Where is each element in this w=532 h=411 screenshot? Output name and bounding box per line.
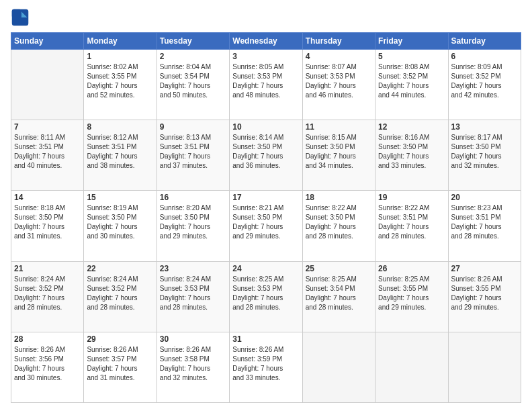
day-number: 5	[378, 52, 445, 61]
day-number: 18	[306, 193, 372, 202]
day-info: Sunrise: 8:18 AM Sunset: 3:50 PM Dayligh…	[14, 203, 81, 241]
day-cell: 2Sunrise: 8:04 AM Sunset: 3:54 PM Daylig…	[157, 50, 229, 120]
day-cell: 30Sunrise: 8:26 AM Sunset: 3:58 PM Dayli…	[157, 332, 229, 402]
day-cell: 8Sunrise: 8:12 AM Sunset: 3:51 PM Daylig…	[84, 120, 157, 191]
day-number: 6	[451, 52, 518, 61]
day-cell: 9Sunrise: 8:13 AM Sunset: 3:51 PM Daylig…	[157, 120, 229, 191]
day-info: Sunrise: 8:20 AM Sunset: 3:50 PM Dayligh…	[160, 203, 226, 241]
day-number: 16	[160, 193, 226, 202]
calendar-header: SundayMondayTuesdayWednesdayThursdayFrid…	[11, 33, 521, 50]
week-row-4: 28Sunrise: 8:26 AM Sunset: 3:56 PM Dayli…	[11, 332, 521, 402]
day-cell: 13Sunrise: 8:17 AM Sunset: 3:50 PM Dayli…	[448, 120, 521, 191]
day-info: Sunrise: 8:08 AM Sunset: 3:52 PM Dayligh…	[378, 62, 445, 100]
header-day-sunday: Sunday	[11, 33, 84, 50]
day-info: Sunrise: 8:16 AM Sunset: 3:50 PM Dayligh…	[378, 133, 445, 171]
day-number: 12	[378, 122, 445, 132]
calendar-body: 1Sunrise: 8:02 AM Sunset: 3:55 PM Daylig…	[11, 50, 521, 403]
header-day-saturday: Saturday	[448, 33, 521, 50]
day-info: Sunrise: 8:24 AM Sunset: 3:52 PM Dayligh…	[14, 275, 81, 312]
day-info: Sunrise: 8:23 AM Sunset: 3:51 PM Dayligh…	[451, 203, 518, 241]
header	[11, 8, 521, 27]
day-number: 10	[232, 122, 299, 132]
day-info: Sunrise: 8:26 AM Sunset: 3:56 PM Dayligh…	[14, 345, 81, 383]
day-number: 25	[306, 264, 372, 273]
logo-icon	[11, 8, 30, 27]
day-cell: 19Sunrise: 8:22 AM Sunset: 3:51 PM Dayli…	[375, 191, 448, 261]
day-info: Sunrise: 8:25 AM Sunset: 3:54 PM Dayligh…	[306, 275, 372, 312]
day-cell: 15Sunrise: 8:19 AM Sunset: 3:50 PM Dayli…	[84, 191, 157, 261]
day-info: Sunrise: 8:17 AM Sunset: 3:50 PM Dayligh…	[451, 133, 518, 171]
day-number: 7	[14, 122, 81, 132]
day-number: 1	[87, 52, 153, 61]
day-cell: 3Sunrise: 8:05 AM Sunset: 3:53 PM Daylig…	[230, 50, 302, 120]
day-cell: 22Sunrise: 8:24 AM Sunset: 3:52 PM Dayli…	[84, 261, 157, 332]
day-info: Sunrise: 8:04 AM Sunset: 3:54 PM Dayligh…	[160, 62, 226, 100]
day-cell: 14Sunrise: 8:18 AM Sunset: 3:50 PM Dayli…	[11, 191, 84, 261]
header-day-thursday: Thursday	[302, 33, 375, 50]
day-cell: 6Sunrise: 8:09 AM Sunset: 3:52 PM Daylig…	[448, 50, 521, 120]
day-cell: 7Sunrise: 8:11 AM Sunset: 3:51 PM Daylig…	[11, 120, 84, 191]
day-cell: 11Sunrise: 8:15 AM Sunset: 3:50 PM Dayli…	[302, 120, 375, 191]
day-info: Sunrise: 8:26 AM Sunset: 3:59 PM Dayligh…	[232, 345, 299, 383]
day-info: Sunrise: 8:09 AM Sunset: 3:52 PM Dayligh…	[451, 62, 518, 100]
svg-rect-2	[12, 9, 21, 17]
day-number: 13	[451, 122, 518, 132]
day-info: Sunrise: 8:05 AM Sunset: 3:53 PM Dayligh…	[232, 62, 299, 100]
day-cell	[11, 50, 84, 120]
day-cell: 26Sunrise: 8:25 AM Sunset: 3:55 PM Dayli…	[375, 261, 448, 332]
day-info: Sunrise: 8:22 AM Sunset: 3:51 PM Dayligh…	[378, 203, 445, 241]
day-cell: 24Sunrise: 8:25 AM Sunset: 3:53 PM Dayli…	[230, 261, 302, 332]
day-cell: 28Sunrise: 8:26 AM Sunset: 3:56 PM Dayli…	[11, 332, 84, 402]
day-number: 31	[232, 334, 299, 344]
day-info: Sunrise: 8:21 AM Sunset: 3:50 PM Dayligh…	[232, 203, 299, 241]
day-number: 21	[14, 264, 81, 273]
day-cell: 29Sunrise: 8:26 AM Sunset: 3:57 PM Dayli…	[84, 332, 157, 402]
day-number: 29	[87, 334, 153, 344]
day-number: 4	[306, 52, 372, 61]
day-info: Sunrise: 8:07 AM Sunset: 3:53 PM Dayligh…	[306, 62, 372, 100]
day-cell: 27Sunrise: 8:26 AM Sunset: 3:55 PM Dayli…	[448, 261, 521, 332]
week-row-1: 7Sunrise: 8:11 AM Sunset: 3:51 PM Daylig…	[11, 120, 521, 191]
day-cell: 25Sunrise: 8:25 AM Sunset: 3:54 PM Dayli…	[302, 261, 375, 332]
day-number: 20	[451, 193, 518, 202]
day-number: 15	[87, 193, 153, 202]
day-cell: 10Sunrise: 8:14 AM Sunset: 3:50 PM Dayli…	[230, 120, 302, 191]
day-number: 27	[451, 264, 518, 273]
day-number: 28	[14, 334, 81, 344]
day-number: 2	[160, 52, 226, 61]
logo	[11, 8, 32, 27]
header-day-monday: Monday	[84, 33, 157, 50]
day-cell: 17Sunrise: 8:21 AM Sunset: 3:50 PM Dayli…	[230, 191, 302, 261]
day-number: 11	[306, 122, 372, 132]
day-info: Sunrise: 8:12 AM Sunset: 3:51 PM Dayligh…	[87, 133, 153, 171]
day-info: Sunrise: 8:14 AM Sunset: 3:50 PM Dayligh…	[232, 133, 299, 171]
calendar-table: SundayMondayTuesdayWednesdayThursdayFrid…	[11, 32, 521, 403]
day-info: Sunrise: 8:13 AM Sunset: 3:51 PM Dayligh…	[160, 133, 226, 171]
day-info: Sunrise: 8:15 AM Sunset: 3:50 PM Dayligh…	[306, 133, 372, 171]
day-info: Sunrise: 8:02 AM Sunset: 3:55 PM Dayligh…	[87, 62, 153, 100]
day-number: 9	[160, 122, 226, 132]
day-cell	[302, 332, 375, 402]
day-info: Sunrise: 8:26 AM Sunset: 3:58 PM Dayligh…	[160, 345, 226, 383]
header-day-friday: Friday	[375, 33, 448, 50]
day-cell: 31Sunrise: 8:26 AM Sunset: 3:59 PM Dayli…	[230, 332, 302, 402]
day-info: Sunrise: 8:11 AM Sunset: 3:51 PM Dayligh…	[14, 133, 81, 171]
day-cell: 23Sunrise: 8:24 AM Sunset: 3:53 PM Dayli…	[157, 261, 229, 332]
day-info: Sunrise: 8:26 AM Sunset: 3:55 PM Dayligh…	[451, 275, 518, 312]
week-row-0: 1Sunrise: 8:02 AM Sunset: 3:55 PM Daylig…	[11, 50, 521, 120]
day-cell: 1Sunrise: 8:02 AM Sunset: 3:55 PM Daylig…	[84, 50, 157, 120]
day-cell: 20Sunrise: 8:23 AM Sunset: 3:51 PM Dayli…	[448, 191, 521, 261]
header-row: SundayMondayTuesdayWednesdayThursdayFrid…	[11, 33, 521, 50]
day-cell: 5Sunrise: 8:08 AM Sunset: 3:52 PM Daylig…	[375, 50, 448, 120]
day-number: 19	[378, 193, 445, 202]
day-number: 17	[232, 193, 299, 202]
day-number: 3	[232, 52, 299, 61]
day-number: 14	[14, 193, 81, 202]
week-row-3: 21Sunrise: 8:24 AM Sunset: 3:52 PM Dayli…	[11, 261, 521, 332]
day-cell: 16Sunrise: 8:20 AM Sunset: 3:50 PM Dayli…	[157, 191, 229, 261]
header-day-tuesday: Tuesday	[157, 33, 229, 50]
day-cell	[448, 332, 521, 402]
day-info: Sunrise: 8:26 AM Sunset: 3:57 PM Dayligh…	[87, 345, 153, 383]
day-info: Sunrise: 8:19 AM Sunset: 3:50 PM Dayligh…	[87, 203, 153, 241]
page: SundayMondayTuesdayWednesdayThursdayFrid…	[0, 0, 532, 411]
